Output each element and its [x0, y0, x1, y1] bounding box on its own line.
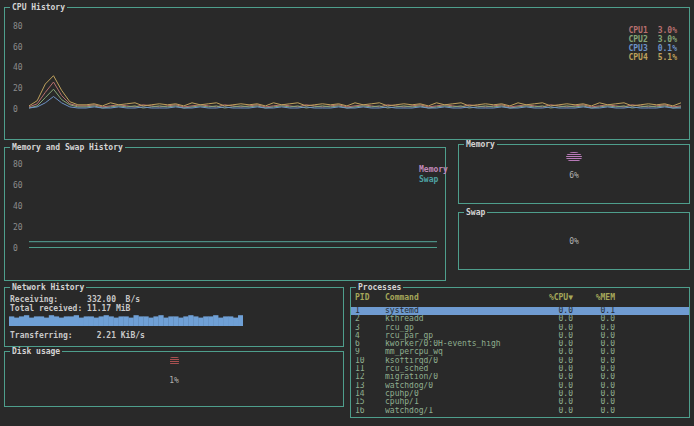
process-row[interactable]: 16watchdog/10.00.0: [351, 407, 689, 415]
process-pid: 16: [355, 407, 385, 415]
cpu-legend-label: CPU3: [628, 44, 647, 53]
process-cpu: 0.0: [535, 373, 573, 381]
sparkline-bar: [9, 316, 14, 326]
sparkline-bar: [193, 316, 198, 326]
process-cpu: 0.0: [535, 390, 573, 398]
process-row[interactable]: 4rcu_par_gp0.00.0: [351, 332, 689, 340]
process-pid: 12: [355, 373, 385, 381]
swap-legend-label: Swap: [419, 175, 448, 185]
column-cpu[interactable]: %CPU▼: [535, 294, 573, 302]
process-cmd: ksoftirqd/0: [385, 357, 535, 365]
cpu-legend-value: 5.1%: [658, 53, 677, 62]
sparkline-bar: [114, 318, 119, 326]
process-cmd: watchdog/0: [385, 382, 535, 390]
sparkline-bar: [19, 316, 24, 326]
process-row[interactable]: 15cpuhp/10.00.0: [351, 398, 689, 406]
sparkline-bar: [109, 316, 114, 326]
process-cmd: migration/0: [385, 373, 535, 381]
sparkline-bar: [168, 316, 173, 326]
sparkline-bar: [213, 315, 218, 326]
sparkline-bar: [128, 318, 133, 326]
column-mem[interactable]: %MEM: [573, 294, 615, 302]
process-row[interactable]: 6kworker/0:0H-events_high0.00.0: [351, 340, 689, 348]
sparkline-bar: [183, 316, 188, 326]
sparkline-bar: [208, 316, 213, 326]
disk-gauge-wrap: [5, 357, 343, 367]
process-cmd: rcu_gp: [385, 324, 535, 332]
process-mem: 0.1: [573, 307, 615, 315]
process-row[interactable]: 2kthreadd0.00.0: [351, 315, 689, 323]
cpu-legend-label: CPU4: [628, 53, 647, 62]
process-cpu: 0.0: [535, 357, 573, 365]
process-pid: 4: [355, 332, 385, 340]
system-monitor-screen: CPU History 020406080 CPU13.0%CPU23.0%CP…: [0, 0, 694, 426]
memory-gauge-wrap: [459, 152, 689, 164]
process-row[interactable]: 12migration/00.00.0: [351, 373, 689, 381]
process-mem: 0.0: [573, 357, 615, 365]
process-mem: 0.0: [573, 365, 615, 373]
process-mem: 0.0: [573, 382, 615, 390]
cpu-history-panel: CPU History 020406080 CPU13.0%CPU23.0%CP…: [4, 7, 690, 140]
memory-percent: 6%: [459, 171, 689, 180]
process-mem: 0.0: [573, 407, 615, 415]
sparkline-bar: [218, 318, 223, 326]
sparkline-bar: [233, 318, 238, 326]
sparkline-bar: [153, 316, 158, 326]
sparkline-bar: [49, 315, 54, 326]
sparkline-bar: [84, 316, 89, 326]
process-row[interactable]: 11rcu_sched0.00.0: [351, 365, 689, 373]
processes-title: Processes: [356, 283, 403, 292]
sparkline-bar: [74, 315, 79, 326]
process-cmd: cpuhp/1: [385, 398, 535, 406]
sparkline-bar: [238, 315, 243, 326]
disk-usage-panel: Disk usage 1%: [4, 351, 344, 407]
process-cpu: 0.0: [535, 407, 573, 415]
process-pid: 13: [355, 382, 385, 390]
process-cpu: 0.0: [535, 398, 573, 406]
sparkline-bar: [148, 318, 153, 326]
process-row[interactable]: 3rcu_gp0.00.0: [351, 324, 689, 332]
sparkline-bar: [124, 316, 129, 326]
sparkline-bar: [24, 315, 29, 326]
process-row[interactable]: 1systemd0.00.1: [351, 307, 689, 315]
swap-percent: 0%: [459, 237, 689, 246]
process-row[interactable]: 14cpuhp/00.00.0: [351, 390, 689, 398]
y-tick-label: 0: [13, 244, 18, 253]
sparkline-bar: [138, 316, 143, 326]
process-cpu: 0.0: [535, 382, 573, 390]
process-mem: 0.0: [573, 373, 615, 381]
y-tick-label: 80: [13, 160, 23, 169]
swap-panel: Swap 0%: [458, 212, 690, 270]
process-pid: 3: [355, 324, 385, 332]
process-mem: 0.0: [573, 324, 615, 332]
sparkline-bar: [203, 316, 208, 326]
process-mem: 0.0: [573, 390, 615, 398]
sparkline-bar: [178, 318, 183, 326]
swap-title: Swap: [464, 208, 487, 217]
process-mem: 0.0: [573, 340, 615, 348]
process-cmd: rcu_par_gp: [385, 332, 535, 340]
process-row[interactable]: 10ksoftirqd/00.00.0: [351, 357, 689, 365]
process-cmd: kworker/0:0H-events_high: [385, 340, 535, 348]
process-cmd: watchdog/1: [385, 407, 535, 415]
cpu-legend-label: CPU1: [628, 26, 647, 35]
sparkline-bar: [54, 316, 59, 326]
process-cmd: kthreadd: [385, 315, 535, 323]
process-mem: 0.0: [573, 315, 615, 323]
process-cmd: systemd: [385, 307, 535, 315]
memory-title: Memory: [464, 140, 497, 149]
sparkline-bar: [89, 316, 94, 326]
cpu-legend-label: CPU2: [628, 35, 647, 44]
process-pid: 10: [355, 357, 385, 365]
cpu-legend-item: CPU23.0%: [628, 35, 677, 44]
process-cpu: 0.0: [535, 348, 573, 356]
cpu-legend-item: CPU13.0%: [628, 26, 677, 35]
column-command[interactable]: Command: [385, 294, 535, 302]
process-row[interactable]: 9mm_percpu_wq0.00.0: [351, 348, 689, 356]
y-tick-label: 60: [13, 181, 23, 190]
process-row[interactable]: 13watchdog/00.00.0: [351, 382, 689, 390]
sparkline-bar: [143, 316, 148, 326]
process-cpu: 0.0: [535, 365, 573, 373]
column-pid[interactable]: PID: [355, 294, 385, 302]
network-history-title: Network History: [10, 283, 86, 292]
